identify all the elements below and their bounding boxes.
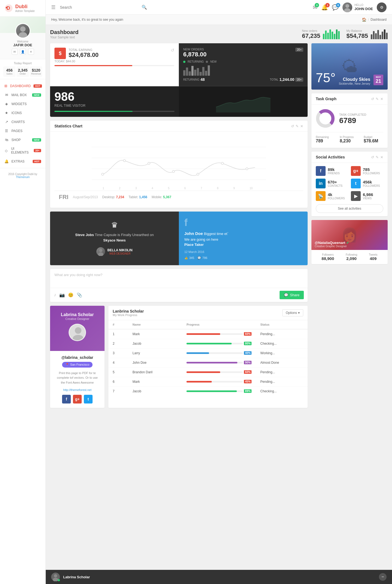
post-date: 12 March 2016: [184, 250, 302, 253]
twitter-social-btn[interactable]: t: [84, 395, 93, 403]
sidebar-item-mailbox[interactable]: ✉ MAIL BOX NEW: [0, 90, 45, 99]
total-sub-label: TOTAL: [270, 78, 278, 81]
sidebar-footer-link[interactable]: Themenum: [16, 176, 30, 179]
post-author-name: Steve Jobs: [75, 233, 94, 237]
svg-text:5: 5: [168, 187, 170, 190]
profile-link[interactable]: http://themeforest.net: [54, 388, 100, 392]
shop-badge: NEW: [32, 138, 41, 142]
close-action-icon[interactable]: ✕: [300, 124, 303, 128]
share-box: What are you doing right now? ♪ 📷 😊 📎 💬 …: [50, 269, 308, 302]
row-progress: 90%: [182, 358, 256, 367]
sidebar-item-extras[interactable]: 🔔 EXTRAS HOT: [0, 157, 45, 166]
col-num: #: [108, 320, 128, 329]
facebook-social-btn[interactable]: f: [62, 395, 71, 403]
gplus-social-btn[interactable]: g+: [73, 395, 82, 403]
bottom-bar: Labrina Scholar −: [46, 570, 392, 584]
statistics-chart-body: 1 2 3 4 5 6 7 8 9 10: [50, 132, 308, 208]
refresh-action-icon[interactable]: ↺: [291, 124, 294, 128]
settings-button[interactable]: ⚙: [377, 2, 387, 12]
svg-point-26: [221, 162, 223, 164]
sidebar-item-label: EXTRAS: [11, 160, 24, 163]
progress-label: 40%: [244, 351, 252, 355]
sidebar-item-shop[interactable]: 🛍 SHOP NEW: [0, 135, 45, 144]
visitor-progress-bar: [54, 111, 133, 112]
notifications-chat-btn[interactable]: 💬 8: [332, 4, 339, 11]
social-refresh-icon[interactable]: ↺: [371, 155, 374, 159]
emoji-tool-icon[interactable]: 😊: [68, 292, 74, 298]
page-title: Dashboard: [50, 29, 78, 35]
progress-bar-fill: [186, 343, 232, 344]
progress-label: 89%: [244, 389, 252, 393]
chart-day: FRI: [59, 194, 68, 201]
sidebar-item-ui-elements[interactable]: ◇ UI ELEMENTS 20+: [0, 144, 45, 157]
music-tool-icon[interactable]: ♪: [54, 292, 56, 297]
sidebar-item-label: DASHBOARD: [10, 84, 31, 88]
today-order: 2,345 Order: [17, 66, 29, 77]
svg-point-29: [98, 252, 103, 256]
brand-logo-icon: D: [4, 4, 13, 13]
task-close-icon[interactable]: ✕: [380, 97, 383, 101]
notifications-bell-btn[interactable]: 🔔 1: [321, 4, 328, 11]
brand-name: Dubli: [15, 4, 35, 10]
bottom-bar-minimize-button[interactable]: −: [379, 573, 387, 581]
social-grid: f 89k FRIENDS g+ 785: [316, 166, 383, 201]
svg-text:10: 10: [250, 187, 253, 190]
refresh-icon[interactable]: ↺: [171, 48, 174, 53]
header-username: JOHN DOE: [354, 7, 373, 11]
sidebar-item-label: WIDGETS: [11, 102, 27, 106]
share-input: What are you doing right now?: [50, 269, 308, 288]
sidebar-item-pages[interactable]: ☰ PAGES: [0, 126, 45, 135]
profile-email-btn[interactable]: ✉: [12, 49, 18, 55]
earning-progress: [54, 65, 174, 66]
social-close-icon[interactable]: ✕: [380, 155, 383, 159]
profile-welcome: Welcome: [4, 40, 41, 43]
menu-toggle-button[interactable]: ☰: [51, 4, 56, 10]
row-status: Checking...: [256, 386, 308, 396]
charts-icon: ↗: [4, 120, 9, 124]
header-user[interactable]: HELLO JOHN DOE: [342, 2, 373, 12]
profile-name: JAFIR DOE: [4, 43, 41, 47]
sidebar-nav: ⊞ DASHBOARD HOT ✉ MAIL BOX NEW ◈ WIDGETS…: [0, 79, 45, 168]
task-edit-icon[interactable]: ✎: [376, 97, 379, 101]
content: Dashboard Your Sample text New orders 67…: [46, 25, 392, 584]
edit-action-icon[interactable]: ✎: [296, 124, 299, 128]
sidebar-item-icons[interactable]: ★ ICONS: [0, 108, 45, 117]
bottom-bar-name: Labrina Scholar: [63, 575, 90, 579]
progress-bar-fill: [186, 381, 212, 383]
chart-svg: 1 2 3 4 5 6 7 8 9 10: [54, 136, 303, 191]
rss-label: FOLLOWERS: [328, 197, 345, 200]
profile-close-btn[interactable]: ✕: [28, 49, 34, 55]
row-num: 3: [108, 348, 128, 358]
today-sales-label: Sales: [4, 72, 14, 75]
profile-user-btn[interactable]: 👤: [20, 49, 26, 55]
visitor-value: 986: [54, 91, 174, 103]
natalia-tweets-value: 409: [369, 256, 378, 261]
svg-text:3: 3: [135, 187, 137, 190]
earning-label: TOTAL EARNING: [69, 48, 99, 51]
see-activities-button[interactable]: See all activities: [316, 204, 383, 213]
sidebar-item-dashboard[interactable]: ⊞ DASHBOARD HOT: [0, 81, 45, 90]
remaining-label: Remaining: [316, 136, 335, 139]
progress-label: 60%: [244, 370, 252, 374]
row-status: Pending...: [256, 367, 308, 377]
natalia-role: Creative Graphic Designer: [315, 245, 349, 248]
today-revenue-label: Revenue: [31, 72, 41, 75]
task-refresh-icon[interactable]: ↺: [371, 97, 374, 101]
search-input[interactable]: [60, 5, 139, 10]
attachment-tool-icon[interactable]: 📎: [77, 292, 82, 298]
profile-socials: f g+ t: [54, 395, 100, 403]
share-button[interactable]: 💬 Share: [280, 291, 304, 299]
new-label: NEW: [210, 60, 216, 63]
social-item-linkedin: in 670+ CONTACTS: [316, 179, 348, 188]
notifications-email-btn[interactable]: ✉ 3: [313, 4, 317, 11]
facebook-value: 89k: [328, 167, 340, 172]
task-graph-row: TASK COMPLETED 6789: [316, 109, 383, 129]
sidebar-item-charts[interactable]: ↗ CHARTS: [0, 117, 45, 126]
task-remaining: Remaining 789: [316, 136, 335, 143]
camera-tool-icon[interactable]: 📷: [59, 292, 65, 298]
social-edit-icon[interactable]: ✎: [376, 155, 379, 159]
progress-bar-container: [186, 362, 243, 363]
sidebar-item-widgets[interactable]: ◈ WIDGETS: [0, 99, 45, 108]
options-button[interactable]: Options ▾: [282, 309, 303, 316]
weather-temp: 75°: [316, 70, 336, 85]
